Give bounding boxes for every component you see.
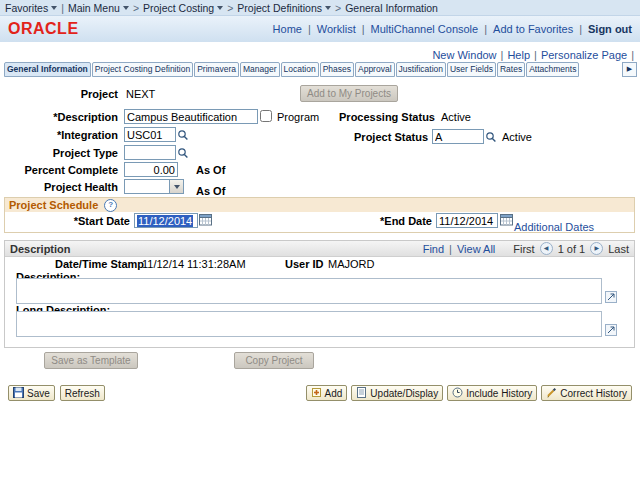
breadcrumb-separator: | bbox=[61, 2, 64, 14]
breadcrumb-project-costing[interactable]: Project Costing bbox=[143, 2, 223, 14]
as-of-label: As Of bbox=[196, 164, 225, 177]
breadcrumb-project-definitions[interactable]: Project Definitions bbox=[237, 2, 331, 14]
new-window-link[interactable]: New Window bbox=[432, 49, 496, 61]
project-type-lookup-icon[interactable] bbox=[176, 146, 189, 159]
project-status-lookup-icon[interactable] bbox=[484, 130, 497, 143]
header-links: Home | Worklist | MultiChannel Console |… bbox=[273, 23, 632, 35]
tab-bar: General Information Project Costing Defi… bbox=[4, 61, 637, 77]
dropdown-caret-icon bbox=[51, 6, 57, 10]
description-label: *Description bbox=[18, 111, 118, 124]
multichannel-console-link[interactable]: MultiChannel Console bbox=[371, 23, 479, 35]
description-expand-icon[interactable] bbox=[605, 291, 617, 303]
long-description-textarea[interactable] bbox=[16, 311, 602, 337]
include-history-button[interactable]: Include History bbox=[447, 385, 537, 401]
main-menu[interactable]: Main Menu bbox=[68, 2, 129, 14]
project-status-label: Project Status bbox=[328, 131, 428, 144]
program-label: Program bbox=[277, 111, 319, 124]
save-as-template-button: Save as Template bbox=[44, 352, 138, 369]
project-health-select[interactable] bbox=[124, 179, 184, 194]
home-link[interactable]: Home bbox=[273, 23, 302, 35]
header-separator: | bbox=[308, 23, 311, 35]
project-status-input[interactable] bbox=[432, 129, 484, 144]
oracle-logo: ORACLE bbox=[8, 20, 79, 38]
add-to-favorites-link[interactable]: Add to Favorites bbox=[493, 23, 573, 35]
favorites-label: Favorites bbox=[5, 2, 48, 14]
row-counter: 1 of 1 bbox=[558, 243, 586, 255]
user-id-value: MAJORD bbox=[328, 258, 374, 271]
tab-rates[interactable]: Rates bbox=[497, 62, 525, 77]
processing-status-label: Processing Status bbox=[335, 111, 435, 124]
view-all-link[interactable]: View All bbox=[457, 243, 495, 255]
description-input[interactable] bbox=[124, 109, 258, 124]
integration-lookup-icon[interactable] bbox=[176, 128, 189, 141]
tab-justification[interactable]: Justification bbox=[396, 62, 446, 77]
tab-primavera[interactable]: Primavera bbox=[194, 62, 239, 77]
next-tabs-icon: ▶ bbox=[627, 65, 632, 72]
description-textarea[interactable] bbox=[16, 278, 602, 304]
tab-attachments[interactable]: Attachments bbox=[526, 62, 579, 77]
help-link[interactable]: Help bbox=[507, 49, 530, 61]
previous-row-icon[interactable]: ◀ bbox=[540, 242, 553, 255]
main-menu-label: Main Menu bbox=[68, 2, 120, 14]
personalize-page-link[interactable]: Personalize Page bbox=[541, 49, 627, 61]
breadcrumb-separator: > bbox=[335, 2, 341, 14]
save-icon bbox=[13, 387, 24, 400]
update-display-icon bbox=[356, 387, 367, 400]
start-date-calendar-icon[interactable] bbox=[199, 213, 212, 226]
breadcrumb: Favorites | Main Menu > Project Costing … bbox=[0, 0, 640, 16]
integration-label: *Integration bbox=[18, 129, 118, 142]
header-separator: | bbox=[579, 23, 582, 35]
end-date-input[interactable] bbox=[436, 213, 498, 228]
processing-status-value: Active bbox=[441, 111, 471, 124]
add-to-my-projects-button: Add to My Projects bbox=[300, 85, 398, 102]
tab-location[interactable]: Location bbox=[281, 62, 319, 77]
favorites-menu[interactable]: Favorites bbox=[5, 2, 57, 14]
last-link[interactable]: Last bbox=[608, 243, 629, 255]
project-type-input[interactable] bbox=[124, 145, 176, 160]
program-checkbox[interactable] bbox=[260, 110, 272, 122]
project-definitions-label: Project Definitions bbox=[237, 2, 322, 14]
integration-input[interactable] bbox=[124, 127, 176, 142]
next-row-icon[interactable]: ▶ bbox=[590, 242, 603, 255]
tab-general-information[interactable]: General Information bbox=[4, 62, 91, 77]
find-link[interactable]: Find bbox=[423, 243, 444, 255]
percent-complete-label: Percent Complete bbox=[18, 164, 118, 177]
start-date-label: *Start Date bbox=[40, 215, 130, 228]
breadcrumb-separator: > bbox=[133, 2, 139, 14]
additional-dates-link[interactable]: Additional Dates bbox=[514, 221, 594, 234]
start-date-input[interactable]: 11/12/2014 bbox=[134, 213, 198, 228]
update-display-button[interactable]: Update/Display bbox=[351, 385, 443, 401]
refresh-button[interactable]: Refresh bbox=[60, 385, 105, 401]
save-button-label: Save bbox=[27, 388, 50, 399]
datetime-stamp-value: 11/12/14 11:31:28AM bbox=[142, 258, 246, 271]
add-button-label: Add bbox=[325, 388, 343, 399]
tab-project-costing-definition[interactable]: Project Costing Definition bbox=[92, 62, 193, 77]
long-description-expand-icon[interactable] bbox=[605, 324, 617, 336]
include-history-icon bbox=[452, 387, 463, 400]
correct-history-icon bbox=[546, 387, 557, 400]
percent-complete-input[interactable] bbox=[124, 162, 178, 177]
tab-phases[interactable]: Phases bbox=[320, 62, 354, 77]
save-button[interactable]: Save bbox=[8, 385, 55, 401]
tab-user-fields[interactable]: User Fields bbox=[447, 62, 496, 77]
add-button[interactable]: Add bbox=[306, 385, 348, 401]
update-display-button-label: Update/Display bbox=[370, 388, 438, 399]
breadcrumb-current: General Information bbox=[345, 2, 438, 14]
copy-project-button: Copy Project bbox=[234, 352, 314, 369]
user-id-label: User ID bbox=[285, 258, 324, 271]
project-status-text: Active bbox=[502, 131, 532, 144]
help-icon[interactable]: ? bbox=[104, 199, 117, 212]
end-date-calendar-icon[interactable] bbox=[500, 213, 513, 226]
page-links: New Window | Help | Personalize Page | bbox=[432, 49, 634, 61]
grid-separator: | bbox=[449, 243, 452, 255]
tab-approval[interactable]: Approval bbox=[355, 62, 395, 77]
correct-history-button[interactable]: Correct History bbox=[541, 385, 632, 401]
toolbar-right: Add Update/Display Include History Corre… bbox=[306, 385, 632, 401]
tab-manager[interactable]: Manager bbox=[240, 62, 280, 77]
description-title: Description bbox=[10, 243, 71, 255]
sign-out-link[interactable]: Sign out bbox=[588, 23, 632, 35]
select-dropdown-icon bbox=[169, 180, 183, 193]
worklist-link[interactable]: Worklist bbox=[317, 23, 356, 35]
show-following-tabs-button[interactable]: ▶ bbox=[622, 62, 637, 77]
first-link[interactable]: First bbox=[513, 243, 534, 255]
